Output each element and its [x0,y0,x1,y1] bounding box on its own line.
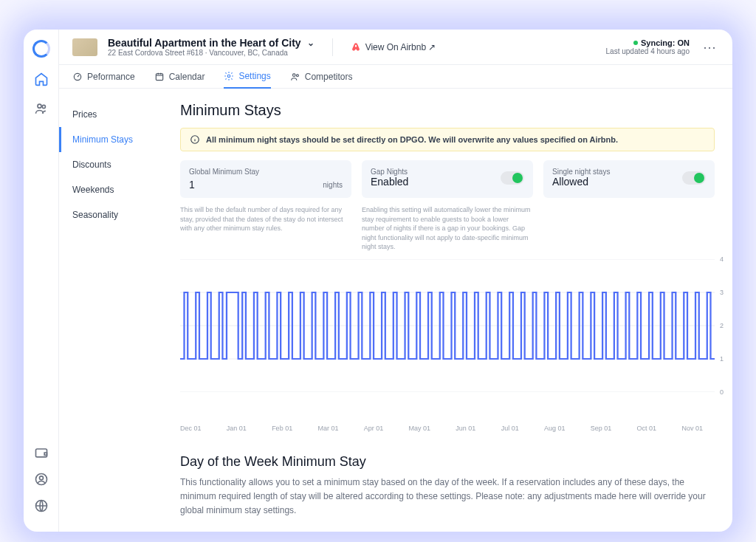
competitors-icon [290,72,300,82]
dow-title: Day of the Week Minimum Stay [180,454,715,470]
profile-icon[interactable] [33,471,49,487]
card-global-value[interactable]: 1 [189,179,195,191]
svg-point-10 [296,74,298,76]
gauge-icon [72,72,83,82]
y-tick-label: 0 [720,388,724,396]
tab-calendar[interactable]: Calendar [154,71,205,88]
divider [332,38,333,56]
cards-row: Global Minimum Stay 1 nights Gap Nights … [180,160,715,198]
more-menu-button[interactable]: ⋯ [700,39,719,55]
tab-competitors[interactable]: Competitors [290,71,353,88]
x-tick-label: Feb 01 [272,425,292,432]
calendar-icon [154,72,165,82]
sync-label: Syncing: ON [641,38,690,47]
sidebar-item-seasonality[interactable]: Seasonality [59,202,162,227]
sync-status: Syncing: ON Last updated 4 hours ago [606,38,690,55]
sidebar-item-minimum-stays[interactable]: Minimum Stays [59,127,162,152]
view-on-airbnb-label: View On Airbnb ↗ [365,42,436,52]
content: Minimum Stays All minimum night stays sh… [162,89,732,532]
tab-settings[interactable]: Settings [224,71,270,89]
home-icon[interactable] [33,71,49,87]
card-gap-value: Enabled [371,176,408,188]
card-global-unit: nights [323,181,343,189]
last-updated: Last updated 4 hours ago [606,47,690,55]
view-on-airbnb-link[interactable]: View On Airbnb ↗ [351,42,436,52]
single-night-toggle[interactable] [682,171,706,185]
left-rail [24,30,59,532]
x-tick-label: Dec 01 [180,425,202,432]
svg-rect-7 [156,73,162,80]
listing-address: 22 East Cordova Street #618 · Vancouver,… [108,49,315,57]
y-tick-label: 3 [720,289,724,296]
card-single-label: Single night stays [552,168,610,176]
sidebar-item-weekends[interactable]: Weekends [59,177,162,202]
header: Beautiful Apartment in the Heart of City… [59,30,732,65]
card-gap-label: Gap Nights [371,168,408,176]
card-gap-nights: Gap Nights Enabled [362,160,533,198]
cards-help-row: This will be the default number of days … [180,205,715,252]
y-tick-label: 2 [720,322,724,329]
x-tick-label: Nov 01 [681,425,703,432]
info-icon [190,134,200,145]
dow-description: This functionality allows you to set a m… [180,476,715,518]
svg-point-8 [228,75,231,78]
app-logo-icon[interactable] [32,40,50,58]
tab-performance[interactable]: Peformance [72,71,135,88]
tab-performance-label: Peformance [87,72,135,82]
listing-thumbnail [72,38,97,56]
svg-point-0 [38,104,41,108]
tab-competitors-label: Competitors [305,72,353,82]
sync-status-dot-icon [633,41,638,45]
card-global-min-stay: Global Minimum Stay 1 nights [180,160,351,198]
gear-icon [224,71,234,81]
chart-x-axis: Dec 01Jan 01Feb 01Mar 01Apr 01May 01Jun … [180,422,715,432]
card-single-help [543,205,715,252]
app-frame: Beautiful Apartment in the Heart of City… [24,30,732,532]
min-stay-chart: 01234 [180,259,715,392]
body: Prices Minimum Stays Discounts Weekends … [59,89,732,532]
wallet-icon[interactable] [33,445,49,461]
y-tick-label: 1 [720,355,724,363]
card-global-help: This will be the default number of days … [180,205,351,252]
airbnb-icon [351,42,361,52]
x-tick-label: Oct 01 [637,425,657,432]
svg-point-1 [42,105,45,108]
tab-settings-label: Settings [238,71,270,81]
x-tick-label: Sep 01 [591,425,612,432]
x-tick-label: Apr 01 [364,425,384,432]
main-column: Beautiful Apartment in the Heart of City… [59,30,732,532]
gap-nights-toggle[interactable] [501,171,524,185]
globe-icon[interactable] [33,498,49,514]
svg-point-9 [292,73,295,76]
x-tick-label: May 01 [409,425,431,432]
settings-sidebar: Prices Minimum Stays Discounts Weekends … [59,89,162,532]
card-gap-help: Enabling this setting will automatically… [362,205,533,252]
x-tick-label: Mar 01 [317,425,338,432]
x-tick-label: Jan 01 [227,425,247,432]
alert-text: All minimum night stays should be set di… [206,135,618,144]
y-tick-label: 4 [720,255,724,263]
chevron-down-icon: ⌄ [307,38,315,48]
tab-calendar-label: Calendar [169,72,205,82]
page-title: Minimum Stays [180,102,715,119]
x-tick-label: Jun 01 [456,425,475,432]
card-single-value: Allowed [552,176,610,188]
alert-banner: All minimum night stays should be set di… [180,128,715,151]
users-icon[interactable] [33,100,49,117]
card-single-night: Single night stays Allowed [543,160,715,198]
x-tick-label: Aug 01 [544,425,566,432]
listing-title-dropdown[interactable]: Beautiful Apartment in the Heart of City… [108,37,315,49]
listing-title: Beautiful Apartment in the Heart of City [108,37,301,49]
card-global-label: Global Minimum Stay [189,168,343,176]
tabs: Peformance Calendar Settings Competitors [59,65,732,89]
sidebar-item-prices[interactable]: Prices [59,102,162,127]
x-tick-label: Jul 01 [501,425,519,432]
title-block: Beautiful Apartment in the Heart of City… [108,37,315,57]
sidebar-item-discounts[interactable]: Discounts [59,152,162,177]
svg-point-4 [39,476,43,479]
